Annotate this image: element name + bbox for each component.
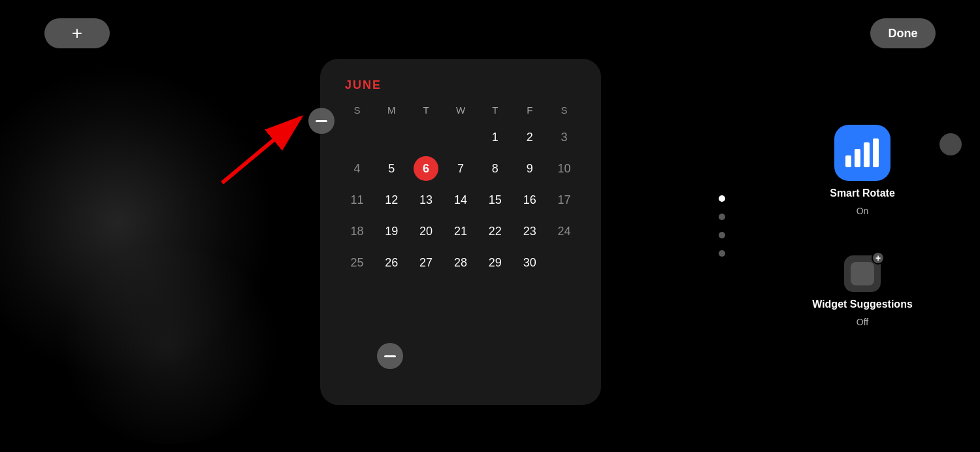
bg-glow-bottom: [52, 248, 287, 444]
dot-3: [719, 232, 725, 238]
day-23: 23: [512, 216, 547, 246]
day-empty-2: [374, 122, 409, 152]
calendar-week-2: 4 5 6 7 8 9 10: [340, 153, 581, 184]
weekday-tue: T: [409, 99, 444, 121]
day-18: 18: [340, 216, 374, 246]
ws-inner: [851, 262, 874, 285]
day-empty-4: [444, 122, 478, 152]
day-16: 16: [512, 185, 547, 215]
weekday-wed: W: [444, 99, 478, 121]
widget-suggestions-icon: +: [844, 255, 881, 292]
widget-suggestions-status: Off: [857, 317, 868, 327]
day-24: 24: [547, 216, 581, 246]
smart-rotate-status: On: [857, 206, 869, 216]
add-widget-button[interactable]: +: [44, 18, 110, 48]
day-3: 3: [547, 122, 581, 152]
day-2: 2: [512, 122, 547, 152]
day-10: 10: [547, 153, 581, 184]
day-empty-3: [409, 122, 444, 152]
day-17: 17: [547, 185, 581, 215]
day-22: 22: [478, 216, 512, 246]
remove-widget-bottom-button[interactable]: [377, 343, 403, 369]
calendar-header-row: S M T W T F S: [340, 99, 581, 121]
dot-2: [719, 214, 725, 220]
day-6-today: 6: [409, 153, 444, 184]
widget-suggestions-widget[interactable]: + Widget Suggestions Off: [812, 255, 913, 327]
day-19: 19: [374, 216, 409, 246]
day-21: 21: [444, 216, 478, 246]
calendar-widget: JUNE S M T W T F S 1 2 3 4 5 6: [320, 59, 601, 405]
day-4: 4: [340, 153, 374, 184]
weekday-sun: S: [340, 99, 374, 121]
calendar-week-5: 25 26 27 28 29 30: [340, 248, 581, 278]
calendar-week-3: 11 12 13 14 15 16 17: [340, 185, 581, 215]
ws-plus-icon: +: [872, 251, 885, 265]
day-7: 7: [444, 153, 478, 184]
bar-2: [855, 149, 860, 167]
day-25: 25: [340, 248, 374, 278]
smart-rotate-widget[interactable]: Smart Rotate On: [830, 125, 895, 216]
day-9: 9: [512, 153, 547, 184]
dot-4: [719, 250, 725, 257]
remove-widget-top-button[interactable]: [308, 108, 335, 134]
day-20: 20: [409, 216, 444, 246]
day-27: 27: [409, 248, 444, 278]
bar-4: [873, 138, 879, 167]
bar-1: [845, 155, 851, 167]
day-12: 12: [374, 185, 409, 215]
weekday-thu: T: [478, 99, 512, 121]
calendar-grid: S M T W T F S 1 2 3 4 5 6 7 8 9: [333, 99, 588, 279]
day-29: 29: [478, 248, 512, 278]
day-30: 30: [512, 248, 547, 278]
day-15: 15: [478, 185, 512, 215]
dot-1: [719, 195, 725, 202]
widget-suggestions-name: Widget Suggestions: [812, 299, 913, 310]
page-indicator: [719, 195, 725, 257]
calendar-week-1: 1 2 3: [340, 122, 581, 152]
day-empty-1: [340, 122, 374, 152]
right-panel: Smart Rotate On + Widget Suggestions Off: [745, 0, 980, 452]
today-indicator: 6: [414, 156, 438, 181]
weekday-fri: F: [512, 99, 547, 121]
day-11: 11: [340, 185, 374, 215]
day-14: 14: [444, 185, 478, 215]
weekday-sat: S: [547, 99, 581, 121]
smart-rotate-name: Smart Rotate: [830, 187, 895, 199]
bars-icon: [845, 138, 879, 167]
day-26: 26: [374, 248, 409, 278]
bar-3: [864, 142, 870, 167]
day-13: 13: [409, 185, 444, 215]
toggle-circle[interactable]: [939, 133, 962, 155]
day-5: 5: [374, 153, 409, 184]
day-28: 28: [444, 248, 478, 278]
calendar-month-label: JUNE: [345, 78, 382, 92]
calendar-week-4: 18 19 20 21 22 23 24: [340, 216, 581, 246]
day-1: 1: [478, 122, 512, 152]
weekday-mon: M: [374, 99, 409, 121]
svg-line-1: [222, 118, 301, 183]
day-8: 8: [478, 153, 512, 184]
smart-rotate-icon: [834, 125, 890, 181]
bg-glow-left: [0, 65, 274, 379]
day-empty-end: [547, 248, 581, 278]
